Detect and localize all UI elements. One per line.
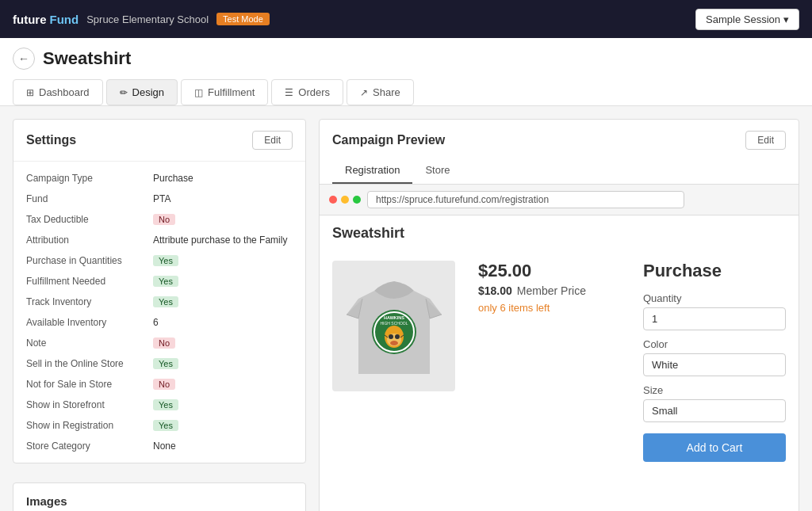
preview-title: Campaign Preview <box>332 133 445 147</box>
traffic-light-yellow <box>341 196 349 204</box>
quantity-label: Quantity <box>643 292 786 304</box>
dropdown-arrow-icon: ▾ <box>783 13 789 25</box>
tab-orders[interactable]: ☰ Orders <box>271 79 343 105</box>
settings-panel: Settings Edit Campaign Type Purchase Fun… <box>13 119 306 463</box>
settings-row-tax: Tax Deductible No <box>13 209 305 230</box>
images-title: Images <box>26 494 67 508</box>
traffic-light-red <box>329 196 337 204</box>
browser-chrome: https://spruce.futurefund.com/registrati… <box>320 185 799 215</box>
track-inv-badge: Yes <box>153 296 178 307</box>
header-left: futureFund Spruce Elementary School Test… <box>13 13 270 26</box>
sell-online-badge: Yes <box>153 358 178 369</box>
settings-header: Settings Edit <box>13 120 305 162</box>
svg-point-10 <box>390 341 398 345</box>
add-to-cart-button[interactable]: Add to Cart <box>643 433 786 462</box>
main-content: Settings Edit Campaign Type Purchase Fun… <box>0 106 812 511</box>
back-button[interactable]: ← <box>13 48 35 70</box>
product-info: $25.00 $18.00 Member Price only 6 items … <box>478 261 624 462</box>
quantity-input[interactable] <box>643 307 786 330</box>
campaign-preview-panel: Campaign Preview Edit Registration Store <box>319 119 799 511</box>
back-icon: ← <box>18 52 29 65</box>
product-image-container: HAWKINS HIGH SCHOOL <box>332 261 459 395</box>
header: futureFund Spruce Elementary School Test… <box>0 0 812 38</box>
svg-text:HIGH SCHOOL: HIGH SCHOOL <box>380 321 408 326</box>
member-price-row: $18.00 Member Price <box>478 284 624 297</box>
size-input[interactable] <box>643 399 786 422</box>
dashboard-icon: ⊞ <box>26 87 34 98</box>
svg-point-9 <box>395 334 400 339</box>
logo-future: future <box>13 13 47 26</box>
settings-row-purchase-qty: Purchase in Quantities Yes <box>13 250 305 271</box>
size-label: Size <box>643 384 786 396</box>
images-header: Images <box>13 483 305 511</box>
member-price: $18.00 <box>478 284 512 297</box>
school-name: Spruce Elementary School <box>86 13 209 25</box>
settings-title: Settings <box>26 133 76 147</box>
logo-fund: Fund <box>50 13 79 26</box>
tab-share[interactable]: ↗ Share <box>347 79 414 105</box>
fulfillment-badge: Yes <box>153 276 178 287</box>
purchase-title: Purchase <box>643 261 786 281</box>
traffic-lights <box>329 196 361 204</box>
settings-row-fund: Fund PTA <box>13 189 305 209</box>
settings-row-note: Note No <box>13 333 305 353</box>
right-column: Campaign Preview Edit Registration Store <box>319 119 799 511</box>
color-label: Color <box>643 338 786 350</box>
settings-row-avail-inv: Available Inventory 6 <box>13 312 305 333</box>
test-mode-badge: Test Mode <box>216 13 270 25</box>
settings-row-fulfillment: Fulfillment Needed Yes <box>13 271 305 292</box>
preview-tab-store[interactable]: Store <box>412 158 462 184</box>
sample-session-button[interactable]: Sample Session ▾ <box>695 9 799 30</box>
svg-text:HAWKINS: HAWKINS <box>384 315 404 320</box>
purchase-qty-badge: Yes <box>153 255 178 266</box>
page-header: ← Sweatshirt ⊞ Dashboard ✏ Design ◫ Fulf… <box>0 38 812 106</box>
svg-point-8 <box>389 334 393 339</box>
settings-row-attribution: Attribution Attribute purchase to the Fa… <box>13 230 305 250</box>
orders-icon: ☰ <box>285 87 293 98</box>
settings-row-not-for-sale: Not for Sale in Store No <box>13 374 305 395</box>
storefront-badge: Yes <box>153 399 178 410</box>
settings-table: Campaign Type Purchase Fund PTA Tax Dedu… <box>13 162 305 463</box>
purchase-section: Purchase Quantity Color Size Add to Cart <box>643 261 786 462</box>
settings-row-registration: Show in Registration Yes <box>13 415 305 436</box>
product-area: HAWKINS HIGH SCHOOL <box>320 248 799 475</box>
tax-deductible-badge: No <box>153 214 175 225</box>
settings-edit-button[interactable]: Edit <box>252 131 293 150</box>
sweatshirt-illustration: HAWKINS HIGH SCHOOL <box>339 267 450 386</box>
product-price: $25.00 <box>478 261 624 281</box>
url-bar: https://spruce.futurefund.com/registrati… <box>367 191 684 208</box>
preview-header: Campaign Preview Edit <box>320 120 799 150</box>
note-badge: No <box>153 337 175 349</box>
items-left: only 6 items left <box>478 302 624 314</box>
tab-fulfillment[interactable]: ◫ Fulfillment <box>181 79 268 105</box>
settings-row-sell-online: Sell in the Online Store Yes <box>13 353 305 374</box>
tab-dashboard[interactable]: ⊞ Dashboard <box>13 79 103 105</box>
not-for-sale-badge: No <box>153 379 175 390</box>
settings-row-campaign-type: Campaign Type Purchase <box>13 168 305 189</box>
tab-design[interactable]: ✏ Design <box>106 79 178 105</box>
nav-tabs: ⊞ Dashboard ✏ Design ◫ Fulfillment ☰ Ord… <box>13 79 799 105</box>
preview-tabs: Registration Store <box>320 158 799 185</box>
settings-row-store-cat: Store Category None <box>13 436 305 456</box>
design-icon: ✏ <box>120 87 128 98</box>
settings-row-storefront: Show in Storefront Yes <box>13 395 305 415</box>
fulfillment-icon: ◫ <box>194 87 203 98</box>
member-price-label: Member Price <box>517 284 586 297</box>
product-name-header: Sweatshirt <box>320 215 799 248</box>
settings-row-track-inv: Track Inventory Yes <box>13 292 305 312</box>
traffic-light-green <box>353 196 361 204</box>
color-input[interactable] <box>643 353 786 376</box>
show-reg-badge: Yes <box>153 420 178 431</box>
preview-tab-registration[interactable]: Registration <box>332 158 412 184</box>
preview-edit-button[interactable]: Edit <box>745 131 786 150</box>
page-title: Sweatshirt <box>43 48 131 69</box>
left-column: Settings Edit Campaign Type Purchase Fun… <box>13 119 306 511</box>
share-icon: ↗ <box>360 87 368 98</box>
logo: futureFund <box>13 13 79 26</box>
product-image: HAWKINS HIGH SCHOOL <box>332 261 455 391</box>
images-panel: Images <box>13 482 306 511</box>
title-row: ← Sweatshirt <box>13 48 799 70</box>
